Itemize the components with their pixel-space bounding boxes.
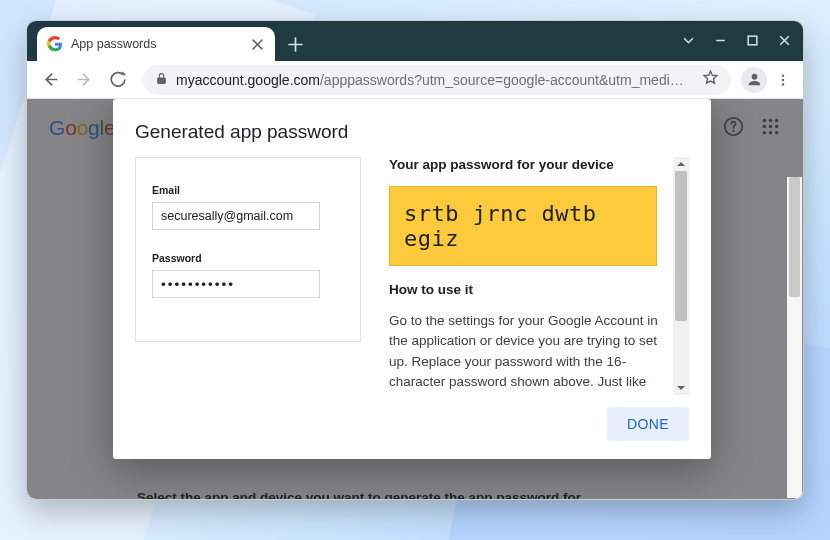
svg-point-1 bbox=[782, 74, 784, 76]
titlebar: App passwords bbox=[27, 21, 803, 61]
tab-close-icon[interactable] bbox=[249, 36, 265, 52]
app-password-value: srtb jrnc dwtb egiz bbox=[389, 186, 657, 266]
app-password-heading: Your app password for your device bbox=[389, 157, 665, 172]
page-scrollbar[interactable] bbox=[787, 177, 802, 498]
window-dropdown-icon[interactable] bbox=[673, 25, 703, 55]
nav-back-icon[interactable] bbox=[35, 65, 65, 95]
dialog-scrollbar[interactable] bbox=[673, 157, 689, 395]
browser-menu-icon[interactable] bbox=[771, 73, 795, 87]
done-button[interactable]: DONE bbox=[607, 407, 689, 441]
window-close-icon[interactable] bbox=[769, 25, 799, 55]
generated-password-dialog: Generated app password Email Password Yo… bbox=[113, 99, 711, 459]
window-minimize-icon[interactable] bbox=[705, 25, 735, 55]
password-field[interactable] bbox=[152, 270, 320, 298]
tab-favicon-google-icon bbox=[47, 36, 63, 52]
url-text: myaccount.google.com/apppasswords?utm_so… bbox=[176, 72, 694, 88]
scroll-up-icon[interactable] bbox=[673, 157, 689, 171]
svg-point-2 bbox=[782, 78, 784, 80]
dialog-body-scroll: Your app password for your device srtb j… bbox=[389, 157, 673, 395]
credentials-card: Email Password bbox=[135, 157, 361, 342]
howto-body: Go to the settings for your Google Accou… bbox=[389, 311, 665, 395]
dialog-title: Generated app password bbox=[135, 121, 689, 143]
address-bar: myaccount.google.com/apppasswords?utm_so… bbox=[27, 61, 803, 99]
bookmark-star-icon[interactable] bbox=[702, 69, 719, 90]
tab-title: App passwords bbox=[71, 37, 241, 51]
omnibox[interactable]: myaccount.google.com/apppasswords?utm_so… bbox=[143, 65, 731, 95]
email-field[interactable] bbox=[152, 202, 320, 230]
email-label: Email bbox=[152, 184, 344, 196]
howto-heading: How to use it bbox=[389, 282, 665, 297]
nav-reload-icon[interactable] bbox=[103, 65, 133, 95]
browser-window: App passwords myaccount.google.com/ bbox=[26, 20, 804, 500]
profile-avatar-icon[interactable] bbox=[741, 67, 767, 93]
password-label: Password bbox=[152, 252, 344, 264]
page-content: Google Select the app and device you wan… bbox=[27, 99, 803, 499]
svg-point-3 bbox=[782, 83, 784, 85]
window-maximize-icon[interactable] bbox=[737, 25, 767, 55]
lock-icon bbox=[155, 71, 168, 89]
scroll-down-icon[interactable] bbox=[673, 381, 689, 395]
page-scroll-thumb[interactable] bbox=[789, 177, 800, 297]
browser-tab-active[interactable]: App passwords bbox=[37, 27, 275, 61]
scroll-thumb[interactable] bbox=[675, 171, 687, 321]
background-hint-text: Select the app and device you want to ge… bbox=[137, 490, 584, 499]
svg-rect-0 bbox=[748, 36, 757, 45]
new-tab-button[interactable] bbox=[281, 30, 309, 58]
nav-forward-icon[interactable] bbox=[69, 65, 99, 95]
